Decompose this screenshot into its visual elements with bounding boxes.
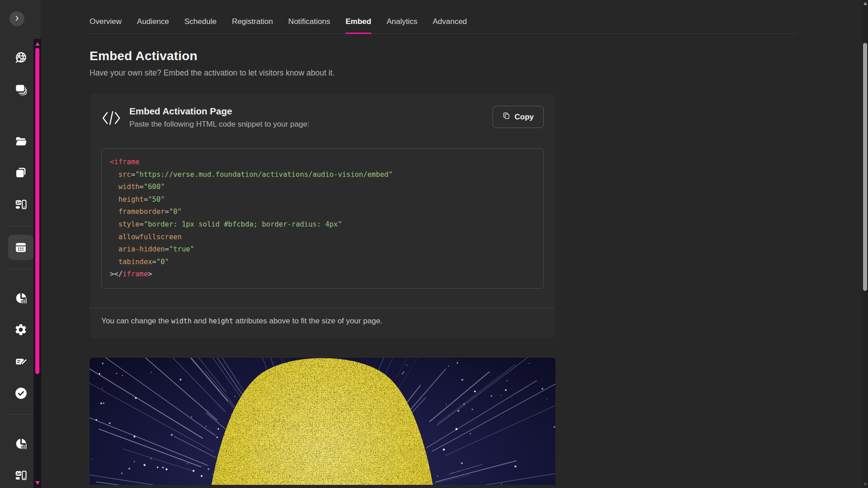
sidebar-expand-button[interactable] [9,11,24,26]
sidebar-scrollbar[interactable] [33,39,41,488]
scroll-down-arrow-icon[interactable] [35,481,40,485]
chevron-right-icon [14,15,20,23]
activation-preview-image [90,358,555,485]
folder-open-icon [14,135,28,148]
embed-card: Embed Activation Page Paste the followin… [90,94,555,338]
globe-search-icon [14,51,28,65]
code-line: allowfullscreen [110,231,535,244]
sidebar-divider [6,414,36,415]
tab-analytics[interactable]: Analytics [387,10,417,33]
tab-audience[interactable]: Audience [137,10,169,33]
sidebar-item-approvals[interactable] [8,380,33,406]
sidebar-item-files[interactable] [8,128,33,154]
copy-pages-icon [14,166,28,180]
sidebar-item-pages[interactable] [8,160,33,185]
card-footnote: You can change the width and height attr… [90,308,555,338]
code-line: aria-hidden="true" [110,243,535,256]
card-edit-icon [14,355,28,368]
code-line: <iframe [110,156,535,169]
tab-schedule[interactable]: Schedule [185,10,217,33]
page-title: Embed Activation [90,49,862,63]
tab-overview[interactable]: Overview [90,10,122,33]
code-line: style="border: 1px solid #bfcbda; border… [110,218,535,231]
sidebar-scrollbar-thumb[interactable] [35,48,39,374]
code-line: ></iframe> [110,268,535,281]
scroll-up-arrow-icon[interactable] [35,42,40,46]
sidebar-item-media[interactable] [8,192,33,217]
media-layout-icon [14,469,28,482]
tab-registration[interactable]: Registration [232,10,273,33]
sidebar-item-registration[interactable] [8,349,33,374]
page-subtitle: Have your own site? Embed the activation… [90,68,862,78]
card-subtitle: Paste the following HTML code snippet to… [129,120,493,129]
pie-chart-icon [14,437,28,451]
page-scrollbar[interactable] [862,0,868,488]
calendar-icon [14,241,28,254]
page-scrollbar-thumb[interactable] [863,43,867,291]
pie-chart-icon [14,291,28,305]
sidebar-item-explore[interactable] [8,45,33,70]
sidebar-divider [6,269,36,269]
code-icon [101,106,129,130]
sidebar-item-activations[interactable] [8,235,33,260]
copy-button[interactable]: Copy [493,106,544,128]
tab-embed[interactable]: Embed [346,10,371,33]
code-line: tabindex="0" [110,256,535,269]
scroll-down-arrow-icon[interactable] [863,483,867,486]
scroll-up-arrow-icon[interactable] [863,2,867,5]
cards-stack-icon [14,82,28,96]
code-line: frameborder="0" [110,206,535,218]
copy-icon [503,111,510,123]
gear-icon [14,323,28,336]
media-layout-icon [14,198,28,211]
code-line: src="https://verse.mud.foundation/activa… [110,169,535,181]
code-line: width="600" [110,181,535,194]
tab-advanced[interactable]: Advanced [433,10,467,33]
tab-bar: OverviewAudienceScheduleRegistrationNoti… [90,0,797,34]
copy-button-label: Copy [515,113,534,122]
sidebar-item-layouts[interactable] [8,463,33,488]
sidebar-item-settings[interactable] [8,317,33,342]
tab-notifications[interactable]: Notifications [288,10,330,33]
sidebar-item-reports[interactable] [8,431,33,456]
card-title: Embed Activation Page [129,106,493,117]
sidebar-item-analytics[interactable] [8,285,33,311]
check-circle-icon [14,386,28,400]
code-line: height="50" [110,194,535,206]
sidebar-nav [8,42,33,488]
main-area: OverviewAudienceScheduleRegistrationNoti… [41,0,862,488]
sidebar-divider [6,226,36,226]
sidebar-item-collections[interactable] [8,76,33,102]
embed-code-snippet: <iframe src="https://verse.mud.foundatio… [101,148,544,289]
